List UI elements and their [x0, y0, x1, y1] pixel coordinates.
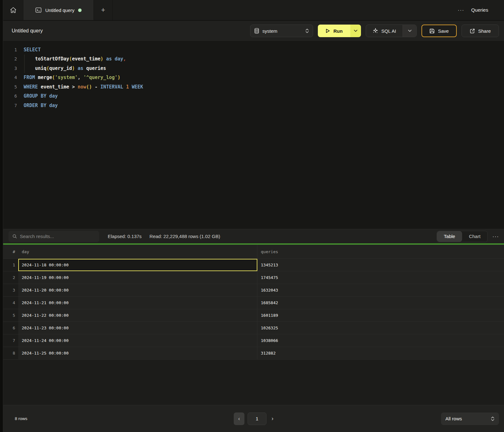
line-number: 2	[3, 56, 17, 61]
queries-cell[interactable]: 1345213	[257, 259, 504, 271]
save-button[interactable]: Save	[421, 25, 457, 37]
queries-cell[interactable]: 1745475	[257, 271, 504, 284]
day-cell[interactable]: 2024-11-23 00:00:00	[18, 322, 257, 334]
queries-cell[interactable]: 1038066	[257, 334, 504, 347]
results-table-body: 12024-11-18 00:00:00134521322024-11-19 0…	[3, 259, 504, 360]
row-count: 8 rows	[15, 416, 27, 421]
line-number: 6	[3, 94, 17, 99]
sparkles-icon	[373, 28, 378, 34]
queries-cell[interactable]: 1632043	[257, 284, 504, 296]
new-tab-button[interactable]: +	[94, 0, 113, 20]
elapsed-stat: Elapsed: 0.137s	[108, 234, 142, 239]
code-line[interactable]: 7ORDER BY day	[3, 101, 504, 110]
line-number: 4	[3, 75, 17, 80]
tab-table-view[interactable]: Table	[437, 231, 462, 242]
day-cell[interactable]: 2024-11-20 00:00:00	[18, 284, 257, 296]
table-row: 62024-11-23 00:00:001026325	[3, 322, 504, 334]
code-line[interactable]: 3 uniq(query_id) as queries	[3, 64, 504, 73]
query-header: Untitled query system	[3, 21, 504, 41]
tabbar-right: ··· Queries	[458, 0, 504, 20]
sql-editor[interactable]: 1SELECT2 toStartOfDay(event_time) as day…	[3, 41, 504, 229]
sql-ai-button-group: SQL AI	[366, 25, 417, 37]
column-header-queries[interactable]: queries	[257, 245, 504, 259]
run-button[interactable]: Run	[318, 25, 350, 37]
code-text: ORDER BY day	[17, 103, 58, 108]
day-cell[interactable]: 2024-11-21 00:00:00	[18, 297, 257, 309]
results-more-options-icon[interactable]: ···	[492, 234, 499, 239]
table-row: 22024-11-19 00:00:001745475	[3, 271, 504, 284]
page-title: Untitled query	[12, 28, 43, 34]
chevron-down-icon	[354, 30, 358, 32]
results-table: # day queries 12024-11-18 00:00:00134521…	[3, 245, 504, 405]
read-stat: Read: 22,229,488 rows (1.02 GB)	[150, 234, 220, 239]
next-page-button[interactable]: ›	[272, 415, 273, 422]
queries-cell[interactable]: 1685842	[257, 297, 504, 309]
day-cell[interactable]: 2024-11-25 00:00:00	[18, 347, 257, 359]
chevron-left-icon: ‹	[238, 416, 240, 422]
code-line[interactable]: 4FROM merge('system', '^query_log')	[3, 73, 504, 82]
play-icon	[325, 28, 330, 33]
code-text: toStartOfDay(event_time) as day,	[17, 56, 126, 62]
table-row: 72024-11-24 00:00:001038066	[3, 334, 504, 347]
line-number: 5	[3, 84, 17, 89]
prev-page-button[interactable]: ‹	[234, 412, 244, 425]
page-size-select[interactable]: All rows	[441, 412, 499, 425]
table-row: 52024-11-22 00:00:001601189	[3, 309, 504, 322]
code-line[interactable]: 5WHERE event_time > now() - INTERVAL 1 W…	[3, 82, 504, 92]
code-line[interactable]: 2 toStartOfDay(event_time) as day,	[3, 54, 504, 64]
code-text: GROUP BY day	[17, 93, 58, 99]
column-header-day[interactable]: day	[18, 245, 257, 259]
current-page-button[interactable]: 1	[248, 412, 266, 425]
indent-guide	[24, 54, 25, 73]
home-button[interactable]	[3, 0, 23, 20]
database-icon	[254, 28, 259, 34]
line-number: 1	[3, 47, 17, 52]
database-select-value: system	[262, 28, 278, 34]
queries-cell[interactable]: 1601189	[257, 309, 504, 321]
row-index-cell: 5	[3, 309, 18, 321]
day-cell[interactable]: 2024-11-22 00:00:00	[18, 309, 257, 321]
code-line[interactable]: 6GROUP BY day	[3, 92, 504, 101]
header-controls: system Run	[250, 25, 499, 37]
chevron-right-icon: ›	[272, 415, 273, 422]
row-index-cell: 7	[3, 334, 18, 347]
left-edge-strip	[0, 0, 3, 432]
code-text: FROM merge('system', '^query_log')	[17, 75, 120, 80]
row-index-cell: 4	[3, 297, 18, 309]
run-options-button[interactable]	[350, 25, 361, 37]
queries-cell[interactable]: 312882	[257, 347, 504, 359]
day-cell[interactable]: 2024-11-19 00:00:00	[18, 271, 257, 284]
tab-untitled-query[interactable]: Untitled query	[23, 0, 94, 20]
queries-cell[interactable]: 1026325	[257, 322, 504, 334]
tab-chart-view[interactable]: Chart	[462, 231, 487, 242]
table-row: 12024-11-18 00:00:001345213	[3, 259, 504, 271]
code-text: SELECT	[17, 47, 41, 53]
code-text: uniq(query_id) as queries	[17, 65, 106, 71]
search-icon	[12, 234, 17, 239]
database-select[interactable]: system	[250, 25, 313, 37]
sql-ai-label: SQL AI	[381, 28, 396, 34]
run-button-group: Run	[318, 25, 361, 37]
tab-label: Untitled query	[45, 8, 75, 13]
sql-ai-button[interactable]: SQL AI	[366, 25, 403, 37]
sql-ai-options-button[interactable]	[403, 25, 416, 37]
share-label: Share	[478, 28, 491, 34]
terminal-icon	[35, 7, 42, 13]
plus-icon: +	[101, 6, 105, 14]
row-index-cell: 3	[3, 284, 18, 296]
results-search-box[interactable]	[9, 231, 99, 242]
column-header-index[interactable]: #	[3, 249, 18, 254]
tabbar-spacer	[113, 0, 458, 20]
results-search-input[interactable]	[20, 234, 95, 239]
more-options-icon[interactable]: ···	[458, 7, 464, 13]
day-cell[interactable]: 2024-11-24 00:00:00	[18, 334, 257, 347]
day-cell-selected[interactable]: 2024-11-18 00:00:00	[18, 259, 257, 271]
queries-panel-toggle[interactable]: Queries	[471, 7, 488, 13]
results-footer: 8 rows ‹ 1 › All rows	[3, 405, 504, 432]
run-label: Run	[333, 28, 342, 34]
share-button[interactable]: Share	[461, 25, 499, 37]
code-line[interactable]: 1SELECT	[3, 45, 504, 54]
row-index-cell: 1	[3, 259, 18, 271]
row-index-cell: 6	[3, 322, 18, 334]
table-row: 32024-11-20 00:00:001632043	[3, 284, 504, 297]
